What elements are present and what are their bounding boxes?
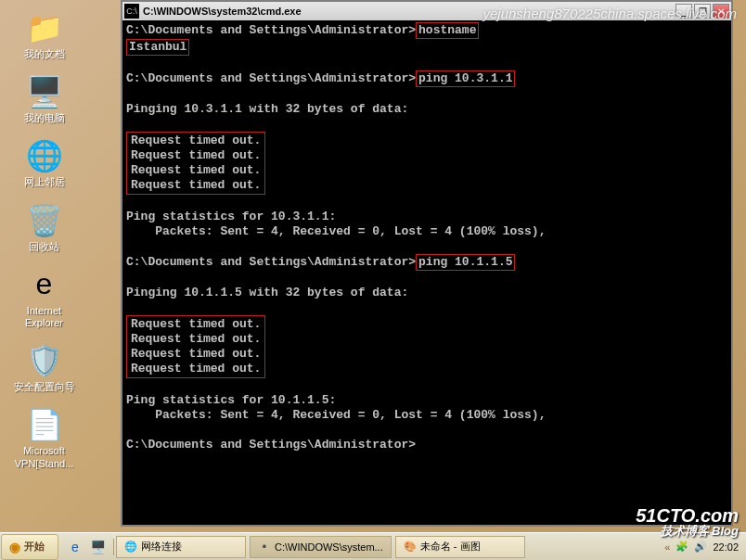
tray-icon[interactable]: 🧩 (675, 541, 688, 553)
icon-label: 我的文档 (9, 48, 79, 60)
icon-label: 回收站 (9, 241, 79, 253)
highlight-hostname-out: Istanbul (126, 39, 189, 56)
recycle-bin-icon[interactable]: 🗑️回收站 (9, 202, 79, 253)
network-places-icon-glyph: 🌐 (26, 137, 63, 174)
window-title: C:\WINDOWS\system32\cmd.exe (143, 6, 675, 17)
my-computer-icon[interactable]: 🖥️我的电脑 (9, 73, 79, 124)
highlight-timeout-block-2: Request timed out. Request timed out. Re… (126, 315, 265, 378)
start-label: 开始 (24, 540, 45, 554)
highlight-hostname-cmd: hostname (416, 22, 479, 39)
tray-icon[interactable]: 🔊 (694, 541, 707, 553)
task-label: 未命名 - 画图 (420, 540, 481, 554)
highlight-timeout-block-1: Request timed out. Request timed out. Re… (126, 132, 265, 195)
task-icon: 🎨 (404, 541, 417, 553)
highlight-ping2-cmd: ping 10.1.1.5 (416, 254, 515, 271)
icon-label: Microsoft VPN[Stand... (9, 445, 79, 469)
my-documents-icon[interactable]: 📁我的文档 (9, 9, 79, 60)
taskbar: ◉ 开始 e 🖥️ 🌐网络连接▪️C:\WINDOWS\system...🎨未命… (0, 532, 746, 560)
recycle-bin-icon-glyph: 🗑️ (26, 202, 63, 239)
cmd-icon: C:\ (124, 4, 139, 19)
task-label: 网络连接 (141, 540, 182, 554)
system-tray[interactable]: « 🧩 🔊 22:02 (657, 533, 746, 560)
icon-label: Internet Explorer (9, 305, 79, 329)
start-button[interactable]: ◉ 开始 (1, 534, 58, 560)
icon-label: 网上邻居 (9, 176, 79, 188)
task-cmd[interactable]: ▪️C:\WINDOWS\system... (250, 536, 392, 558)
tray-divider-icon: « (664, 541, 670, 553)
vpn-shortcut-icon[interactable]: 📄Microsoft VPN[Stand... (9, 406, 79, 469)
security-wizard-icon[interactable]: 🛡️安全配置向导 (9, 342, 79, 393)
close-button[interactable]: ✕ (713, 4, 729, 19)
internet-explorer-icon[interactable]: eInternet Explorer (9, 266, 79, 329)
console-output[interactable]: C:\Documents and Settings\Administrator>… (122, 20, 731, 525)
my-computer-icon-glyph: 🖥️ (26, 73, 63, 110)
icon-label: 安全配置向导 (9, 381, 79, 393)
icon-label: 我的电脑 (9, 112, 79, 124)
cmd-window: C:\ C:\WINDOWS\system32\cmd.exe _ ❐ ✕ C:… (121, 0, 733, 527)
ie-quicklaunch-icon[interactable]: e (67, 539, 84, 555)
security-wizard-icon-glyph: 🛡️ (26, 342, 63, 379)
network-places-icon[interactable]: 🌐网上邻居 (9, 137, 79, 188)
start-icon: ◉ (9, 540, 20, 554)
quick-launch: e 🖥️ (59, 539, 114, 555)
minimize-button[interactable]: _ (675, 4, 692, 19)
desktop-quicklaunch-icon[interactable]: 🖥️ (89, 539, 106, 555)
maximize-button[interactable]: ❐ (694, 4, 711, 19)
task-icon: ▪️ (258, 541, 271, 553)
task-label: C:\WINDOWS\system... (275, 541, 383, 553)
tray-clock[interactable]: 22:02 (713, 541, 739, 553)
vpn-shortcut-icon-glyph: 📄 (26, 406, 63, 443)
my-documents-icon-glyph: 📁 (26, 9, 63, 46)
task-paint[interactable]: 🎨未命名 - 画图 (395, 536, 525, 558)
task-network-connections[interactable]: 🌐网络连接 (116, 536, 246, 558)
title-bar[interactable]: C:\ C:\WINDOWS\system32\cmd.exe _ ❐ ✕ (122, 2, 731, 20)
highlight-ping1-cmd: ping 10.3.1.1 (416, 70, 515, 87)
internet-explorer-icon-glyph: e (26, 266, 63, 303)
task-icon: 🌐 (124, 541, 137, 553)
